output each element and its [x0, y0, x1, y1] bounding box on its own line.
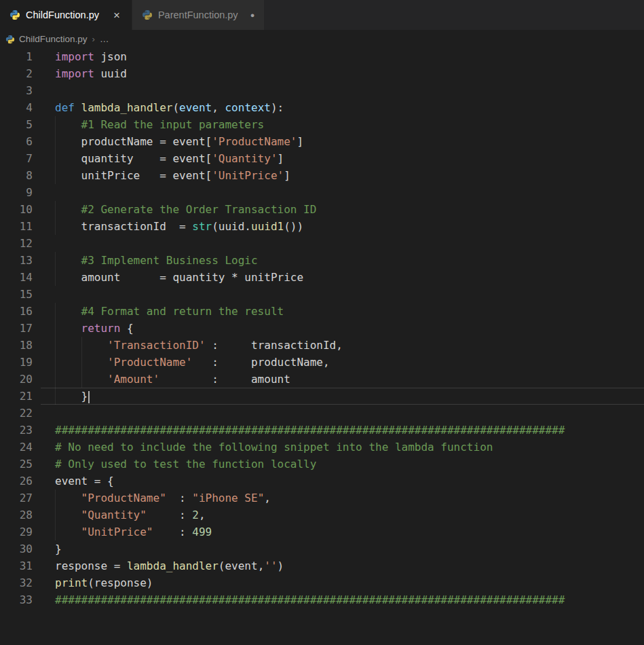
code-line[interactable]: 3: [0, 82, 644, 99]
line-number[interactable]: 12: [0, 235, 33, 252]
code-line-content: response = lambda_handler(event,''): [55, 557, 644, 574]
line-number[interactable]: 15: [0, 286, 33, 303]
code-line[interactable]: 28 "Quantity" : 2,: [0, 506, 644, 523]
code-line[interactable]: 33######################################…: [0, 591, 644, 608]
indent-guide: [81, 371, 82, 388]
code-line[interactable]: 20 'Amount' : amount: [0, 371, 644, 388]
line-number[interactable]: 17: [0, 320, 33, 337]
tab-label: ChildFunction.py: [26, 10, 99, 20]
line-number[interactable]: 13: [0, 252, 33, 269]
indent-guide: [55, 133, 56, 150]
line-number[interactable]: 10: [0, 201, 33, 218]
line-number[interactable]: 28: [0, 506, 33, 523]
line-number[interactable]: 6: [0, 133, 33, 150]
code-line[interactable]: 19 'ProductName' : productName,: [0, 354, 644, 371]
code-line-content: ########################################…: [55, 591, 644, 608]
line-number[interactable]: 8: [0, 167, 33, 184]
line-number[interactable]: 4: [0, 99, 33, 116]
line-number[interactable]: 25: [0, 456, 33, 473]
code-line[interactable]: 2import uuid: [0, 65, 644, 82]
indent-guide: [55, 337, 56, 354]
breadcrumb-more[interactable]: …: [100, 34, 109, 44]
close-icon[interactable]: ×: [111, 9, 122, 22]
code-line[interactable]: 7 quantity = event['Quantity']: [0, 150, 644, 167]
code-line-content: # No need to include the following snipp…: [55, 439, 644, 456]
line-number[interactable]: 30: [0, 540, 33, 557]
code-line-content: def lambda_handler(event, context):: [55, 99, 644, 116]
line-number[interactable]: 3: [0, 82, 33, 99]
code-line[interactable]: 32print(response): [0, 574, 644, 591]
code-line-content: [55, 405, 644, 422]
line-number[interactable]: 33: [0, 591, 33, 608]
tab-parentfunction[interactable]: ParentFunction.py ●: [132, 0, 264, 30]
code-line[interactable]: 22: [0, 405, 644, 422]
line-number[interactable]: 7: [0, 150, 33, 167]
line-number[interactable]: 31: [0, 557, 33, 574]
code-line[interactable]: 14 amount = quantity * unitPrice: [0, 269, 644, 286]
code-line[interactable]: 29 "UnitPrice" : 499: [0, 523, 644, 540]
code-line[interactable]: 23######################################…: [0, 422, 644, 439]
line-number[interactable]: 2: [0, 65, 33, 82]
line-number[interactable]: 14: [0, 269, 33, 286]
line-number[interactable]: 26: [0, 473, 33, 490]
code-line-content: }: [55, 540, 644, 557]
code-line[interactable]: 9: [0, 184, 644, 201]
code-line[interactable]: 13 #3 Implement Business Logic: [0, 252, 644, 269]
line-number[interactable]: 19: [0, 354, 33, 371]
code-line[interactable]: 31response = lambda_handler(event,''): [0, 557, 644, 574]
code-line[interactable]: 18 'TransactionID' : transactionId,: [0, 337, 644, 354]
code-line-content: return {: [55, 320, 644, 337]
python-file-icon: [10, 10, 20, 20]
chevron-right-icon: ›: [92, 34, 96, 44]
code-line-content: "ProductName" : "iPhone SE",: [55, 490, 644, 506]
line-number[interactable]: 32: [0, 574, 33, 591]
code-line[interactable]: 25# Only used to test the function local…: [0, 456, 644, 473]
code-line[interactable]: 4def lambda_handler(event, context):: [0, 99, 644, 116]
line-number[interactable]: 18: [0, 337, 33, 354]
code-line[interactable]: 8 unitPrice = event['UnitPrice']: [0, 167, 644, 184]
code-line-content: #2 Generate the Order Transaction ID: [55, 201, 644, 218]
indent-guide: [55, 320, 56, 337]
code-line-content: productName = event['ProductName']: [55, 133, 644, 150]
code-line-content: #3 Implement Business Logic: [55, 252, 644, 269]
breadcrumb-file[interactable]: ChildFunction.py: [19, 34, 88, 44]
line-number[interactable]: 27: [0, 490, 33, 506]
tab-label: ParentFunction.py: [158, 10, 238, 20]
code-line[interactable]: 15: [0, 286, 644, 303]
code-line[interactable]: 30}: [0, 540, 644, 557]
code-line[interactable]: 16 #4 Format and return the result: [0, 303, 644, 320]
code-line[interactable]: 6 productName = event['ProductName']: [0, 133, 644, 150]
code-line[interactable]: 26event = {: [0, 473, 644, 490]
line-number[interactable]: 11: [0, 218, 33, 235]
indent-guide: [55, 354, 56, 371]
tab-childfunction[interactable]: ChildFunction.py ×: [0, 0, 132, 30]
code-line[interactable]: 27 "ProductName" : "iPhone SE",: [0, 490, 644, 506]
code-line-content: import uuid: [55, 65, 644, 82]
line-number[interactable]: 16: [0, 303, 33, 320]
code-line[interactable]: 10 #2 Generate the Order Transaction ID: [0, 201, 644, 218]
code-line-content: [55, 235, 644, 252]
line-number[interactable]: 22: [0, 405, 33, 422]
modified-dot-icon[interactable]: ●: [250, 12, 255, 19]
line-number[interactable]: 24: [0, 439, 33, 456]
line-number[interactable]: 5: [0, 116, 33, 133]
line-number[interactable]: 20: [0, 371, 33, 388]
line-number[interactable]: 1: [0, 48, 33, 65]
code-line[interactable]: 1import json: [0, 48, 644, 65]
line-number[interactable]: 9: [0, 184, 33, 201]
line-number[interactable]: 29: [0, 523, 33, 540]
tab-bar: ChildFunction.py × ParentFunction.py ●: [0, 0, 644, 30]
code-area[interactable]: 1import json2import uuid34def lambda_han…: [0, 48, 644, 608]
code-line[interactable]: 12: [0, 235, 644, 252]
code-line[interactable]: 11 transactionId = str(uuid.uuid1()): [0, 218, 644, 235]
code-line[interactable]: 5 #1 Read the input parameters: [0, 116, 644, 133]
line-number[interactable]: 23: [0, 422, 33, 439]
indent-guide: [55, 371, 56, 388]
line-number[interactable]: 21: [0, 388, 33, 405]
code-line[interactable]: 17 return {: [0, 320, 644, 337]
indent-guide: [55, 388, 56, 405]
code-line-content: ########################################…: [55, 422, 644, 439]
code-line[interactable]: 24# No need to include the following sni…: [0, 439, 644, 456]
code-line[interactable]: 21 }: [0, 388, 644, 405]
code-line-content: [55, 286, 644, 303]
